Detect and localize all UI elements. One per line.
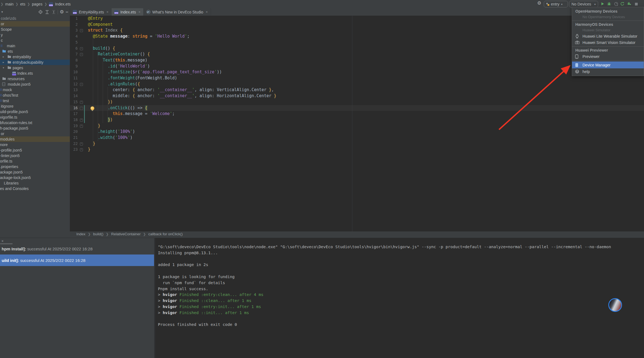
line-number: 19 [70,123,78,129]
fold-start-icon[interactable]: − [80,53,83,56]
tree-row[interactable]: orfile.ts [0,158,70,164]
code-line: } [88,147,90,153]
chevron-right-icon[interactable]: ▸ [3,54,4,60]
tree-row[interactable]: modules [0,136,70,142]
breadcrumb-item[interactable]: build() [93,232,104,236]
panel-settings-button[interactable]: ⚙ [60,10,64,14]
tree-row[interactable]: .properties [0,164,70,169]
build-task-list[interactable]: × hpm Install]: successful At 2025/2/22 … [0,238,154,358]
build-task-row[interactable]: hpm Install]: successful At 2025/2/22 00… [0,243,154,254]
tree-row[interactable]: bfuscation-rules.txt [0,120,70,125]
tree-item-label: es and Consoles [0,186,29,191]
tree-row[interactable]: ets [0,49,70,54]
tab-close-icon[interactable]: × [138,10,141,14]
chevron-down-icon[interactable]: ▾ [3,65,4,71]
tree-row[interactable]: ohosTest [0,93,70,98]
debug-button[interactable] [606,1,612,7]
editor-tab[interactable]: What's New in DevEco Studio× [144,8,211,16]
tree-item-label: entryability [13,54,31,60]
tree-row[interactable]: y [0,32,70,38]
tree-row[interactable]: module.json5 [0,82,70,87]
tree-row[interactable]: h-package.json5 [0,125,70,131]
tree-row[interactable]: es and Consoles [0,186,70,191]
tree-row[interactable]: Scope [0,27,70,32]
stop-button[interactable] [633,1,640,7]
line-number: 4 [70,33,78,40]
breadcrumb-item[interactable]: RelativeContainer [111,232,141,236]
fold-end-icon[interactable]: ^ [80,119,83,122]
tree-row[interactable]: resources [0,76,70,82]
menu-item-label: Huawei Lite Wearable Simulator [582,34,637,38]
run-button[interactable] [599,1,606,7]
tree-row[interactable]: Libraries [0,180,70,186]
menu-item-help[interactable]: ?help [572,68,644,75]
tree-row[interactable]: -profile.json5 [0,147,70,153]
fold-start-icon[interactable]: − [80,83,83,86]
run-config-select[interactable]: entry ▾ [544,1,568,7]
menu-item-previewer[interactable]: Previewer [572,53,644,60]
chevron-right-icon[interactable]: ▸ [3,60,4,65]
build-task-row[interactable]: uild init]: successful At 2025/2/22 0022… [0,254,154,266]
menu-item-huawei-lite-wearable-simulator[interactable]: Huawei Lite Wearable Simulator [572,33,644,39]
tree-row[interactable]: or [0,21,70,27]
project-view-dropdown[interactable]: ▾ [1,10,3,14]
tree-row[interactable]: test [0,98,70,104]
breadcrumb-item[interactable]: main [5,2,13,6]
tree-row[interactable]: ackage.json5 [0,169,70,175]
menu-item-huawei-smart-vision-simulator[interactable]: Huawei Smart Vision Simulator [572,39,644,46]
fold-end-icon[interactable]: ^ [80,148,83,151]
breadcrumb[interactable]: ❯main❯ets❯pages❯ETSIndex.ets [1,0,71,8]
tree-row[interactable]: mock [0,87,70,93]
project-tree[interactable]: code\zdsorScopeycmainets▸entryability▸en… [0,16,70,231]
close-icon[interactable]: × [1,239,4,243]
tree-row[interactable]: ▸entryability [0,54,70,60]
expand-all-button[interactable] [44,9,49,15]
tree-row[interactable]: code\zds [0,16,70,21]
watch-icon [575,34,579,38]
tree-row[interactable]: ackage-lock.json5 [0,175,70,180]
breadcrumb-item[interactable]: Index.ets [55,2,71,6]
module-folder-icon [1,44,2,47]
tree-row[interactable]: ETSIndex.ets [0,71,70,76]
tree-row[interactable]: vigorfile.ts [0,114,70,120]
tree-row[interactable]: or [0,131,70,136]
breadcrumb-item[interactable]: callback for onClick() [148,232,183,236]
build-output-terminal[interactable]: "G:\soft\deveco\DevEco Studio\tools\node… [155,238,644,358]
intention-bulb-icon[interactable] [90,106,94,110]
breadcrumb-item[interactable]: pages [32,2,42,6]
tree-row[interactable]: ▾pages [0,65,70,71]
collapse-all-button[interactable] [51,9,56,15]
tree-row[interactable]: uild-profile.json5 [0,109,70,114]
tab-close-icon[interactable]: × [107,10,109,14]
fold-end-icon[interactable]: ^ [80,142,83,146]
fold-start-icon[interactable]: − [80,107,83,110]
rerun-button[interactable] [619,1,626,7]
tree-row[interactable]: itignore [0,104,70,109]
locate-file-button[interactable] [38,9,43,15]
editor-tab[interactable]: ETSIndex.ets× [111,8,143,16]
editor-breadcrumb[interactable]: Index❯build()❯RelativeContainer❯callback… [70,231,644,237]
breadcrumb-item[interactable]: Index [76,232,85,236]
tree-row[interactable]: nore [0,142,70,147]
breadcrumb-item[interactable]: ets [20,2,25,6]
profiler-button[interactable] [613,1,619,7]
editor-tab[interactable]: ETSEntryAbility.ets× [70,8,111,16]
tree-row[interactable]: -linter.json5 [0,153,70,158]
fold-start-icon[interactable]: − [80,47,83,50]
tab-close-icon[interactable]: × [206,10,208,14]
device-select[interactable]: No Devices ▾ [569,1,598,7]
menu-item-device-manager[interactable]: Device Manager [572,61,644,68]
tree-row[interactable]: c [0,38,70,43]
settings-button[interactable]: ⚙ [537,1,541,6]
code-editor[interactable]: 123−456−7−89101112−131415^16−1718^19^202… [70,16,644,231]
breadcrumb-separator-icon: ❯ [44,2,47,6]
line-number: 10 [70,69,78,75]
attach-debugger-button[interactable] [626,1,632,7]
hide-panel-button[interactable]: − [66,11,68,13]
tree-row[interactable]: ▸entrybackupability [0,60,70,65]
fold-start-icon[interactable]: − [80,29,83,32]
fold-end-icon[interactable]: ^ [80,101,83,104]
tree-row[interactable]: main [0,43,70,49]
avatar[interactable] [608,298,622,312]
fold-end-icon[interactable]: ^ [80,125,83,128]
